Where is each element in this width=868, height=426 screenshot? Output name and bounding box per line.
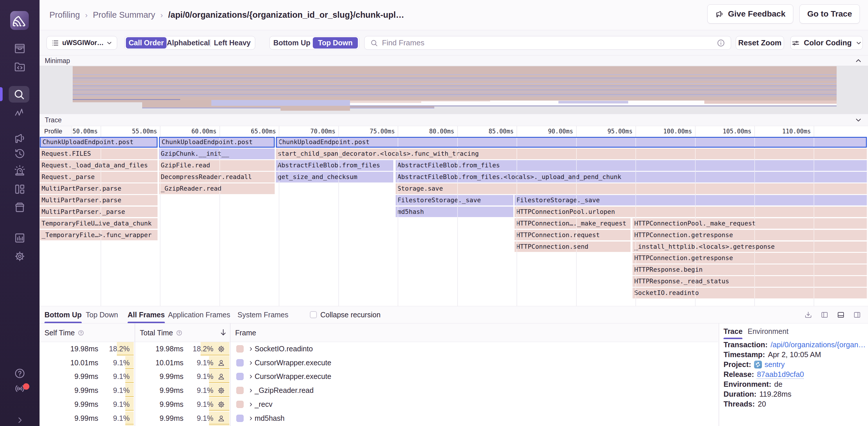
flame-frame[interactable]: HTTPConnectionPool._make_request [632, 218, 867, 229]
sort-option-call-order[interactable]: Call Order [126, 37, 166, 48]
sidebar-item-help-circle[interactable] [0, 367, 39, 380]
flamegraph[interactable]: Profile 50.00ms55.00ms60.00ms65.00ms70.0… [39, 126, 868, 306]
flame-frame[interactable]: HTTPConnectionPool.urlopen [515, 207, 867, 217]
sidebar-item-stats-chart[interactable] [0, 232, 39, 244]
flame-frame[interactable]: MultiPartParser._parse [40, 207, 158, 217]
collapse-recursion-checkbox[interactable] [310, 311, 317, 318]
sidebar-item-feedback-megaphone[interactable] [0, 132, 39, 144]
flame-frame[interactable]: HTTPResponse._read_status [632, 276, 867, 287]
table-row[interactable]: 9.99ms9.1%9.99ms9.1%_recv [39, 397, 718, 412]
flame-frame[interactable]: AbstractFileBlob.from_files.<locals>._up… [396, 172, 867, 183]
flame-frame[interactable]: MultiPartParser.parse [40, 183, 158, 194]
flame-frame[interactable]: ChunkUploadEndpoint.post [159, 137, 275, 148]
sidebar-item-insights-graph[interactable] [0, 106, 39, 119]
sort-option-left-heavy[interactable]: Left Heavy [211, 37, 254, 48]
flame-frame[interactable]: MultiPartParser.parse [40, 195, 158, 206]
flame-frame[interactable]: AbstractFileBlob.from_files [396, 160, 867, 171]
total-time-header[interactable]: Total Time [140, 323, 183, 342]
collapse-recursion-label[interactable]: Collapse recursion [320, 306, 380, 323]
tab-all-frames[interactable]: All Frames [128, 306, 165, 323]
flame-frame[interactable]: AbstractFileBlob.from_files [276, 160, 393, 171]
self-time-header[interactable]: Self Time [44, 323, 84, 342]
flame-frame[interactable]: HTTPConnection.send [515, 241, 630, 252]
collapse-trace-icon[interactable] [855, 116, 862, 124]
flame-frame[interactable]: _install_httplib.<locals>.getresponse [632, 241, 867, 252]
sentry-logo[interactable] [10, 11, 29, 30]
flame-frame[interactable]: ChunkUploadEndpoint.post [40, 137, 158, 148]
expand-row-icon[interactable] [248, 356, 254, 366]
flame-frame[interactable]: SocketIO.readinto [632, 288, 867, 298]
flame-frame[interactable]: GzipChunk.__init__ [159, 149, 275, 159]
direction-option-top-down[interactable]: Top Down [313, 37, 358, 48]
detail-tab-trace[interactable]: Trace [723, 323, 742, 339]
tab-application-frames[interactable]: Application Frames [168, 306, 230, 323]
sidebar-item-search[interactable] [9, 86, 29, 103]
flame-frame[interactable]: HTTPConnection.getresponse [632, 230, 867, 240]
thread-selector[interactable]: uWSGIWor… [46, 36, 117, 50]
sidebar-item-replays-clock[interactable] [0, 148, 39, 160]
expand-row-icon[interactable] [248, 384, 254, 394]
flame-frame[interactable]: md5hash [396, 207, 514, 217]
flame-frame[interactable]: Request._load_data_and_files [40, 160, 158, 171]
sort-option-alphabetical[interactable]: Alphabetical [166, 37, 210, 48]
frame-header[interactable]: Frame [235, 323, 256, 342]
sidebar-item-alerts-siren[interactable] [0, 164, 39, 177]
flame-frame[interactable]: GzipFile.read [159, 160, 275, 171]
time-gridline-overlay [576, 218, 577, 229]
sort-direction-icon[interactable] [219, 328, 227, 342]
flame-frame[interactable]: HTTPResponse.begin [632, 264, 867, 275]
sidebar-item-dashboards-layout[interactable] [0, 183, 39, 195]
sidebar-item-settings-gear[interactable] [0, 250, 39, 262]
expand-row-icon[interactable] [248, 412, 254, 422]
layout-left-icon[interactable] [820, 311, 829, 319]
sidebar-item-explore-code-folder[interactable] [0, 61, 39, 73]
give-feedback-button[interactable]: Give Feedback [707, 4, 793, 24]
flame-frame[interactable]: _TemporaryFile…>.func_wrapper [40, 230, 158, 240]
flame-frame[interactable]: ChunkUploadEndpoint.post [276, 137, 867, 148]
flame-frame[interactable]: Storage.save [396, 183, 867, 194]
breadcrumb-profile-summary[interactable]: Profile Summary [93, 10, 155, 20]
axis-tick-label: 90.00ms [515, 126, 573, 137]
sidebar-item-releases-archive[interactable] [0, 201, 39, 214]
search-input[interactable] [382, 38, 713, 47]
tab-top-down[interactable]: Top Down [86, 306, 118, 323]
tab-bottom-up[interactable]: Bottom Up [44, 306, 82, 323]
flame-frame[interactable]: FilestoreStorage._save [396, 195, 514, 206]
flame-frame[interactable]: HTTPConnection.request [515, 230, 630, 240]
flame-frame[interactable]: DecompressReader.readall [159, 172, 275, 183]
flame-frame[interactable]: FilestoreStorage._save [515, 195, 867, 206]
time-gridline-overlay [576, 207, 577, 217]
flame-frame[interactable]: get_size_and_checksum [276, 172, 393, 183]
go-to-trace-button[interactable]: Go to Trace [799, 4, 860, 24]
sidebar-item-broadcast[interactable] [0, 382, 39, 395]
flame-frame[interactable]: start_child_span_decorator.<locals>.func… [276, 149, 867, 159]
flame-frame[interactable]: Request.FILES [40, 149, 158, 159]
color-coding-dropdown[interactable]: Color Coding [790, 36, 863, 50]
table-row[interactable]: 9.99ms9.1%9.99ms9.1%md5hash [39, 412, 718, 425]
flame-frame[interactable]: TemporaryFileU…ive_data_chunk [40, 218, 158, 229]
expand-row-icon[interactable] [248, 342, 254, 352]
breadcrumb-profiling[interactable]: Profiling [50, 10, 80, 20]
expand-row-icon[interactable] [248, 370, 254, 380]
reset-zoom-button[interactable]: Reset Zoom [736, 36, 784, 50]
expand-row-icon[interactable] [248, 397, 254, 408]
find-frames-search[interactable] [364, 36, 731, 50]
table-row[interactable]: 19.98ms18.2%19.98ms18.2%SocketIO.readint… [39, 342, 718, 356]
collapse-minimap-icon[interactable] [855, 57, 862, 65]
sidebar-item-issues[interactable] [0, 42, 39, 55]
flame-frame[interactable]: HTTPConnection.getresponse [632, 253, 867, 264]
flame-frame[interactable]: _GzipReader.read [159, 183, 275, 194]
layout-bottom-icon[interactable] [837, 311, 845, 319]
table-row[interactable]: 9.99ms9.1%9.99ms9.1%_GzipReader.read [39, 384, 718, 397]
tab-system-frames[interactable]: System Frames [238, 306, 288, 323]
download-icon[interactable] [804, 311, 812, 319]
direction-option-bottom-up[interactable]: Bottom Up [271, 37, 313, 48]
sidebar-item-expand-chevron[interactable] [0, 414, 39, 426]
detail-tab-environment[interactable]: Environment [748, 323, 788, 339]
table-row[interactable]: 10.01ms9.1%10.01ms9.1%CursorWrapper.exec… [39, 356, 718, 370]
table-row[interactable]: 9.99ms9.1%9.99ms9.1%CursorWrapper.execut… [39, 370, 718, 384]
flame-frame[interactable]: HTTPConnection…._make_request [515, 218, 630, 229]
layout-right-icon[interactable] [853, 311, 861, 319]
minimap-canvas[interactable] [39, 66, 868, 114]
flame-frame[interactable]: Request._parse [40, 172, 158, 183]
